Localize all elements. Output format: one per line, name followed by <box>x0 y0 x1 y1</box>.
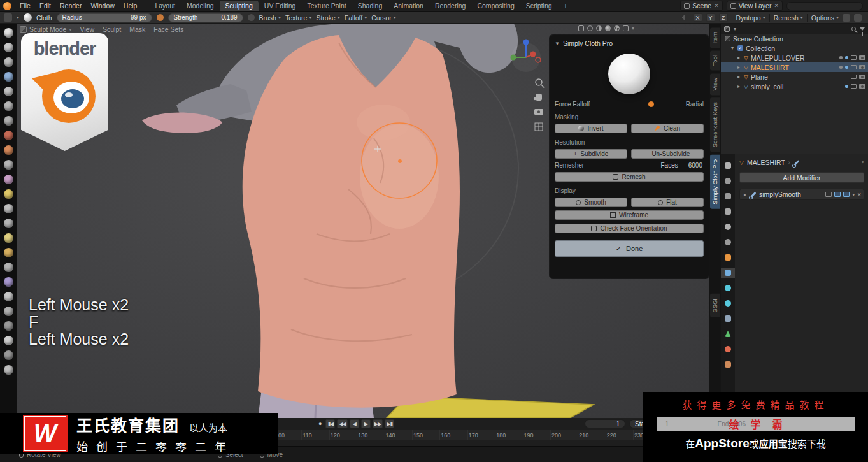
faces-field[interactable]: Faces 6000 <box>661 162 704 169</box>
shading-solid-icon[interactable] <box>596 25 602 31</box>
brush-icon[interactable] <box>4 233 13 243</box>
expand-icon[interactable]: ▾ <box>730 45 735 51</box>
physics-properties-tab[interactable] <box>721 298 735 308</box>
falloff-mode-label[interactable]: Radial <box>686 101 704 108</box>
gizmo-z-axis[interactable] <box>523 40 529 45</box>
gizmo-toggle-icon[interactable] <box>854 14 862 22</box>
play-button[interactable]: ▶ <box>361 419 371 428</box>
hide-viewport-icon[interactable] <box>851 65 857 69</box>
strength-slider[interactable]: Strength 0.189 <box>168 13 243 22</box>
subdivide-button[interactable]: + Subdivide <box>555 149 627 159</box>
panel-header[interactable]: ▼ Simply Cloth Pro <box>555 38 704 50</box>
mirror-y-toggle[interactable]: Y <box>706 13 715 22</box>
tab-layout[interactable]: Layout <box>149 1 181 11</box>
done-button[interactable]: ✓ Done <box>555 240 704 257</box>
brush-icon[interactable] <box>4 350 13 360</box>
filter-icon[interactable] <box>860 27 865 31</box>
data-properties-tab[interactable] <box>721 329 735 339</box>
edit-mode-toggle-icon[interactable] <box>825 192 832 197</box>
scene-properties-tab[interactable] <box>721 222 735 232</box>
mirror-z-toggle[interactable]: Z <box>719 13 728 22</box>
jump-to-start-button[interactable]: ▮◀ <box>325 419 335 428</box>
brush-icon[interactable] <box>4 101 13 111</box>
wireframe-button[interactable]: Wireframe <box>555 210 704 220</box>
expand-icon[interactable]: ▸ <box>736 64 741 70</box>
brush-icon[interactable] <box>4 263 13 272</box>
brush-icon[interactable] <box>4 277 13 287</box>
search-input[interactable] <box>786 2 863 10</box>
brush-icon[interactable] <box>4 72 13 82</box>
tab-simply-cloth-pro[interactable]: Simply Cloth Pro <box>710 155 720 209</box>
options-dropdown[interactable]: Options▾ <box>811 14 839 22</box>
tab-modeling[interactable]: Modeling <box>181 1 220 11</box>
brush-preview-icon[interactable] <box>24 13 32 22</box>
remesh-dropdown[interactable]: Remesh▾ <box>774 14 803 22</box>
expand-icon[interactable]: ▸ <box>736 83 741 89</box>
brush-icon[interactable] <box>4 336 13 345</box>
editor-type-icon[interactable] <box>4 13 12 22</box>
active-brush-name[interactable]: Cloth <box>36 14 52 22</box>
disable-render-icon[interactable] <box>859 84 865 89</box>
current-frame-field[interactable]: 1 <box>585 419 625 428</box>
object-row-plane[interactable]: ▸ ▽ Plane <box>721 72 868 82</box>
material-properties-tab[interactable] <box>721 344 735 354</box>
tab-sculpting[interactable]: Sculpting <box>220 1 259 11</box>
next-keyframe-button[interactable]: ▶▶ <box>373 419 383 428</box>
check-face-orientation-button[interactable]: Check Face Orientation <box>555 224 704 233</box>
hide-viewport-icon[interactable] <box>851 75 857 79</box>
tool-properties-tab[interactable] <box>721 161 735 171</box>
object-row-malepullover[interactable]: ▸ ▽ MALEPULLOVER <box>721 53 868 62</box>
invert-mask-button[interactable]: Invert <box>555 124 627 133</box>
breadcrumb-object-name[interactable]: MALESHIRT <box>747 159 785 166</box>
brush-icon[interactable] <box>4 248 13 257</box>
falloff-dropdown[interactable]: Falloff▾ <box>345 14 367 22</box>
collection-checkbox[interactable]: ✓ <box>737 45 743 51</box>
tab-compositing[interactable]: Compositing <box>471 1 520 11</box>
scene-collection-row[interactable]: Scene Collection <box>721 34 868 43</box>
flat-shading-button[interactable]: Flat <box>631 198 704 207</box>
strength-pressure-icon[interactable] <box>248 14 255 21</box>
help-menu[interactable]: Help <box>119 2 142 10</box>
tab-scripting[interactable]: Scripting <box>520 1 558 11</box>
falloff-radio-icon[interactable] <box>648 101 654 107</box>
output-properties-tab[interactable] <box>721 191 735 201</box>
hide-viewport-icon[interactable] <box>851 84 857 89</box>
brush-icon[interactable] <box>4 175 13 184</box>
tab-view[interactable]: View <box>710 73 720 95</box>
edit-menu[interactable]: Edit <box>35 2 55 10</box>
close-icon[interactable]: ✕ <box>714 3 719 9</box>
expand-icon[interactable]: ▸ <box>736 74 741 80</box>
dyntopo-dropdown[interactable]: Dyntopo▾ <box>736 14 765 22</box>
scene-selector[interactable]: Scene ✕ <box>680 1 722 11</box>
brush-icon[interactable] <box>4 204 13 213</box>
tab-uv-editing[interactable]: UV Editing <box>259 1 302 11</box>
remesh-button[interactable]: Remesh <box>555 172 704 182</box>
object-row-simply-coll[interactable]: ▸ ▽ simply_coll <box>721 82 868 91</box>
mirror-x-toggle[interactable]: X <box>694 13 702 22</box>
tab-item[interactable]: Item <box>710 27 720 48</box>
brush-icon[interactable] <box>4 219 13 228</box>
brush-icon[interactable] <box>4 292 13 301</box>
brush-icon[interactable] <box>4 160 13 170</box>
transform-orientation-icon[interactable] <box>578 25 584 31</box>
radius-slider[interactable]: Radius 99 px <box>57 13 152 22</box>
disable-render-icon[interactable] <box>859 55 865 60</box>
tab-rendering[interactable]: Rendering <box>429 1 471 11</box>
smooth-shading-button[interactable]: Smooth <box>555 198 627 207</box>
add-workspace-button[interactable]: + <box>558 1 573 11</box>
stroke-dropdown[interactable]: Stroke▾ <box>316 14 339 22</box>
chevron-down-icon[interactable]: ▾ <box>17 15 19 20</box>
brush-icon[interactable] <box>4 116 13 126</box>
face-sets-menu[interactable]: Face Sets <box>153 25 183 33</box>
chevron-down-icon[interactable]: ▾ <box>734 26 736 32</box>
modifier-name[interactable]: simplySmooth <box>759 191 801 198</box>
brush-icon[interactable] <box>4 145 13 155</box>
tab-tool[interactable]: Tool <box>710 50 720 70</box>
mask-menu[interactable]: Mask <box>129 25 145 33</box>
jump-to-end-button[interactable]: ▶▮ <box>385 419 394 428</box>
shading-material-icon[interactable] <box>605 25 611 31</box>
blender-app-icon[interactable] <box>3 2 11 10</box>
shading-wireframe-icon[interactable] <box>587 25 593 31</box>
faces-value[interactable]: 6000 <box>688 162 702 169</box>
brush-icon[interactable] <box>4 131 13 140</box>
